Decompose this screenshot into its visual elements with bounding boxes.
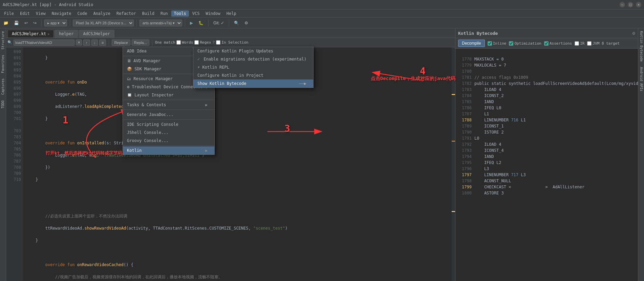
title-bar: AdCSJHelper.kt [app] - Android Studio — … xyxy=(0,0,644,9)
arch-selector[interactable]: arts armeabi-v7a) ▾ xyxy=(139,20,182,26)
menu-code[interactable]: Code xyxy=(75,10,90,17)
menu-jshell[interactable]: JShell Console... xyxy=(123,128,214,137)
inline-checkbox[interactable]: Inline xyxy=(488,41,507,46)
menu-generate-javadoc[interactable]: Generate JavaDoc... xyxy=(123,111,214,119)
tab-close-active[interactable]: ✕ xyxy=(47,32,49,36)
inline-checkbox-input[interactable] xyxy=(488,41,492,46)
bytecode-title: Kotlin Bytecode xyxy=(458,31,498,36)
minimize-button[interactable]: — xyxy=(620,2,625,7)
maximize-button[interactable]: □ xyxy=(628,2,633,7)
menu-refactor[interactable]: Refactor xyxy=(114,10,139,17)
prev-match-btn[interactable]: ↑ xyxy=(83,40,90,46)
optimization-checkbox[interactable]: Optimization xyxy=(509,41,541,46)
submenu-bytecode-arrow: ——▶ xyxy=(299,81,306,86)
replace-btn[interactable]: Replace xyxy=(112,40,130,46)
words-checkbox[interactable]: Words xyxy=(176,40,193,45)
menu-build[interactable]: Build xyxy=(139,10,157,17)
submenu-enable-migrations[interactable]: ✓ Enable migrations detection (experimen… xyxy=(193,55,313,63)
scroll-gutter xyxy=(452,47,455,281)
tab-adcsjhelper-kt[interactable]: AdCSJHelper.kt ✕ xyxy=(7,30,54,38)
toolbar-save-btn[interactable]: 💾 xyxy=(12,20,21,26)
ir-checkbox[interactable]: IR xyxy=(575,41,584,46)
decompile-button[interactable]: Decompile xyxy=(458,40,485,47)
match-info: One match xyxy=(155,40,175,45)
submenu-configure-kotlin-project[interactable]: Configure Kotlin in Project xyxy=(193,71,313,79)
sidebar-tab-todo[interactable]: TODO xyxy=(0,98,5,111)
menu-ide-scripting[interactable]: IDE Scripting Console xyxy=(123,120,214,128)
menu-tools[interactable]: Tools xyxy=(171,10,189,17)
optimization-checkbox-input[interactable] xyxy=(509,41,513,46)
bytecode-content[interactable]: 1778MAXSTACK = 0 1779MAXLOCALS = 7 1780 … xyxy=(455,49,638,281)
menu-window[interactable]: Window xyxy=(203,10,223,17)
sidebar-tab-captures[interactable]: Captures xyxy=(0,76,5,97)
app-selector[interactable]: ▸ app ▾ xyxy=(44,20,67,26)
regex-checkbox-input[interactable] xyxy=(194,40,199,45)
jvm8-checkbox-input[interactable] xyxy=(587,41,592,46)
search-sep xyxy=(109,39,109,46)
sidebar-tab-favorites[interactable]: Favorites xyxy=(0,52,5,76)
search-clear-btn[interactable]: ✕ xyxy=(76,40,82,45)
tools-sep-4 xyxy=(123,110,214,110)
tab-helper[interactable]: helper xyxy=(55,30,78,38)
right-sidebar: Kotlin Bytecode Android APIs xyxy=(638,28,644,281)
toolbar-separator-5 xyxy=(208,20,209,26)
menu-run[interactable]: Run xyxy=(158,10,171,17)
tools-sep-5 xyxy=(123,119,214,120)
window-title: AdCSJHelper.kt [app] - Android Studio xyxy=(3,2,93,7)
right-sidebar-tab-android[interactable]: Android APIs xyxy=(638,64,644,94)
assertions-checkbox-input[interactable] xyxy=(544,41,549,46)
sidebar-tab-structure[interactable]: Structure xyxy=(0,28,5,52)
kotlin-submenu[interactable]: Configure Kotlin Plugin Updates ✓ Enable… xyxy=(193,47,314,88)
bytecode-header: Kotlin Bytecode ⚙ xyxy=(455,28,638,38)
right-sidebar-tab-kotlin[interactable]: Kotlin Bytecode xyxy=(638,28,644,64)
submenu-show-kotlin-bytecode[interactable]: Show Kotlin Bytecode ——▶ xyxy=(193,79,313,88)
settings-btn[interactable]: ⚙ xyxy=(242,20,250,26)
toolbar-undo-btn[interactable]: ↩ xyxy=(22,20,30,26)
menu-navigate[interactable]: Navigate xyxy=(49,10,74,17)
submenu-kotlin-repl[interactable]: ⚡ Kotlin REPL xyxy=(193,63,313,71)
inselection-checkbox[interactable]: In Selection xyxy=(216,40,248,45)
next-match-btn[interactable]: ↓ xyxy=(91,40,98,46)
menu-view[interactable]: View xyxy=(33,10,48,17)
search-bar: 🔍 ✕ ↑ ↓ ≡ Replace Repla... One match Wor… xyxy=(6,38,455,47)
jvm8-checkbox[interactable]: JVM 8 target xyxy=(587,41,619,46)
tab-label-active: AdCSJHelper.kt xyxy=(12,31,46,36)
assertions-checkbox[interactable]: Assertions xyxy=(544,41,572,46)
menu-file[interactable]: File xyxy=(1,10,17,17)
kotlin-arrow: ▶ xyxy=(205,148,208,153)
toolbar-new-btn[interactable]: 📁 xyxy=(1,20,10,26)
toolbar-separator-4 xyxy=(185,20,185,26)
search-icon-label: 🔍 xyxy=(7,40,12,45)
debug-button[interactable]: 🐛 xyxy=(196,20,206,26)
search-input[interactable] xyxy=(14,40,74,46)
menu-layout-inspector[interactable]: 🔲 Layout Inspector xyxy=(123,91,214,99)
device-selector[interactable]: Pixel 3a XL API 28 (Device s... xyxy=(73,20,134,26)
menu-help[interactable]: Help xyxy=(224,10,239,17)
toolbar-redo-btn[interactable]: ↪ xyxy=(31,20,39,26)
words-checkbox-input[interactable] xyxy=(176,40,181,45)
window-controls: — □ ✕ xyxy=(620,2,641,7)
run-button[interactable]: ▶ xyxy=(188,20,195,26)
inselection-checkbox-input[interactable] xyxy=(216,40,220,45)
replace-all-btn[interactable]: Repla... xyxy=(132,40,149,46)
close-button[interactable]: ✕ xyxy=(636,2,641,7)
bytecode-toolbar: Decompile Inline Optimization Assertions… xyxy=(455,38,638,49)
line-numbers: 690 691 692 693 694 695 696 697 698 699 … xyxy=(6,47,23,281)
ir-checkbox-input[interactable] xyxy=(575,41,579,46)
bytecode-panel: Kotlin Bytecode ⚙ Decompile Inline Optim… xyxy=(455,28,638,281)
filter-btn[interactable]: ≡ xyxy=(99,40,106,46)
submenu-configure-kotlin[interactable]: Configure Kotlin Plugin Updates xyxy=(193,47,313,55)
menu-tasks-contexts[interactable]: Tasks & Contexts ▶ xyxy=(123,101,214,109)
tab-adcsjhelper[interactable]: AdCSJHelper xyxy=(79,30,114,38)
regex-checkbox[interactable]: Regex xyxy=(194,40,211,45)
tools-sep-6 xyxy=(123,145,214,146)
git-button[interactable]: Git: ✓ xyxy=(211,20,226,26)
bytecode-settings-icon[interactable]: ⚙ xyxy=(632,30,635,36)
regex-help: ? xyxy=(213,40,215,45)
menu-analyze[interactable]: Analyze xyxy=(90,10,113,17)
menu-kotlin[interactable]: Kotlin ▶ xyxy=(123,146,214,155)
menu-groovy[interactable]: Groovy Console... xyxy=(123,137,214,145)
menu-edit[interactable]: Edit xyxy=(17,10,33,17)
menu-vcs[interactable]: VCS xyxy=(190,10,202,17)
search-everywhere-btn[interactable]: 🔍 xyxy=(232,20,241,26)
